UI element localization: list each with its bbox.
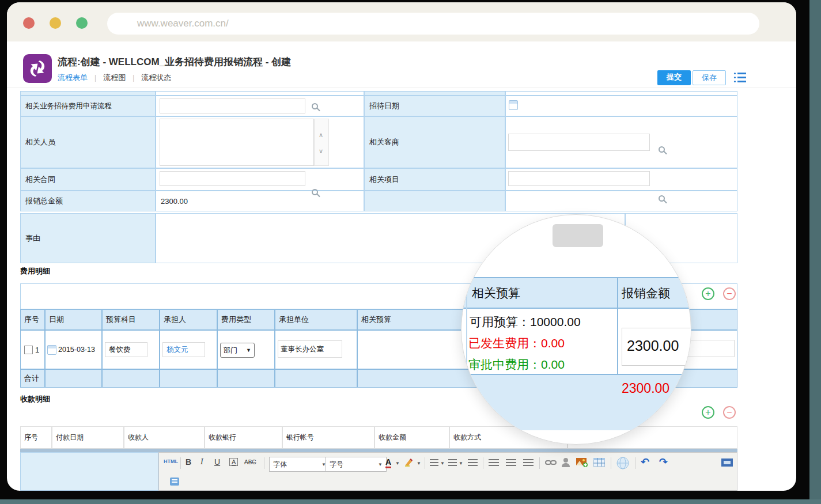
font-family-value: 字体 [273, 460, 287, 469]
toolbar-separator [635, 457, 635, 469]
html-mode-button[interactable]: HTML [164, 458, 178, 464]
related-project-input[interactable] [508, 171, 650, 186]
empty-label-cell [364, 191, 505, 211]
entertain-date-label: 招待日期 [364, 96, 505, 116]
total-amount-value: 2300.00 [156, 191, 364, 211]
toolbar-separator [611, 457, 611, 469]
loupe-incurred-expense: 已发生费用：0.00 [468, 335, 565, 351]
editor-label-cell [20, 452, 158, 491]
toolbar-separator [539, 457, 540, 469]
backdrop-bottom [0, 499, 821, 504]
expense-section-title: 费用明细 [20, 266, 50, 276]
ordered-list-caret-icon[interactable]: ▼ [440, 461, 445, 466]
row-checkbox[interactable] [24, 346, 33, 354]
related-merchant-search-icon[interactable] [659, 146, 665, 153]
remove-row-icon[interactable]: − [723, 287, 736, 300]
form-sliver-cell [505, 91, 737, 96]
related-project-label: 相关项目 [364, 168, 505, 191]
bearer-input[interactable]: 杨文元 [162, 342, 205, 357]
bullet-list-button[interactable] [448, 459, 457, 467]
payment-add-row-icon[interactable]: + [702, 406, 714, 419]
payment-header-payee: 收款人 [124, 426, 205, 449]
related-person-textarea[interactable] [160, 119, 314, 166]
font-family-dropdown[interactable]: 字体▼ [269, 457, 330, 472]
fullscreen-button[interactable] [721, 458, 733, 467]
loupe-left-border [466, 277, 467, 430]
bold-button[interactable]: B [186, 457, 191, 467]
related-merchant-input[interactable] [508, 134, 650, 151]
submit-button[interactable]: 提交 [657, 70, 691, 85]
minimize-window-button[interactable] [50, 17, 61, 29]
font-color-caret-icon[interactable]: ▼ [395, 461, 400, 466]
indent-button[interactable] [468, 459, 478, 467]
related-merchant-label: 相关客商 [364, 116, 505, 168]
editor-toolbar: HTML B I U A ABC 字体▼ 字号▼ A ▼ ▼ ▼ ▼ [158, 452, 737, 491]
strikethrough-button[interactable]: ABC [244, 459, 256, 465]
calendar-icon[interactable] [509, 100, 518, 110]
align-left-button[interactable] [489, 459, 499, 467]
more-menu-icon[interactable] [734, 73, 746, 82]
bullet-list-caret-icon[interactable]: ▼ [459, 461, 463, 466]
related-flow-search-icon[interactable] [312, 103, 318, 109]
related-contract-input[interactable] [160, 171, 305, 186]
insert-table-button[interactable] [593, 458, 605, 467]
bearer-unit-input[interactable]: 董事长办公室 [278, 340, 342, 358]
person-spinner: ∧ ∨ [314, 119, 329, 166]
loupe-amount-header: 报销金额 [622, 285, 670, 301]
url-bar[interactable]: www.weaver.com.cn/ [107, 13, 759, 35]
font-size-dropdown[interactable]: 字号▼ [326, 457, 387, 472]
redo-button[interactable]: ↷ [659, 456, 668, 468]
header-divider [7, 88, 796, 88]
expense-total-cell [102, 369, 160, 388]
form-sliver-cell [20, 91, 156, 96]
spinner-down-icon[interactable]: ∨ [319, 148, 323, 154]
expense-header-expense-type: 费用类型 [217, 309, 275, 330]
entertain-date-cell [505, 96, 737, 116]
form-sliver-cell [364, 91, 505, 96]
expense-header-bearer: 承担人 [160, 309, 217, 330]
close-window-button[interactable] [23, 17, 35, 29]
payment-header-amount: 收款金额 [374, 426, 449, 449]
payment-remove-row-icon[interactable]: − [723, 406, 736, 419]
undo-button[interactable]: ↶ [641, 456, 649, 468]
expense-type-select[interactable]: 部门 ▼ [220, 343, 255, 358]
font-color-button[interactable]: A [385, 457, 391, 468]
spinner-up-icon[interactable]: ∧ [319, 132, 323, 138]
tab-process-diagram[interactable]: 流程图 [103, 73, 126, 83]
expense-header-bearer-unit: 承担单位 [275, 309, 357, 330]
tab-process-status[interactable]: 流程状态 [141, 73, 171, 83]
expense-row-date-cell: 2015-03-13 [45, 330, 102, 369]
magnifier-loupe: 相关预算 报销金额 可用预算：10000.00 已发生费用：0.00 审批中费用… [461, 214, 691, 445]
select-caret-icon: ▼ [246, 347, 251, 353]
loupe-amount-value: 2300.00 [627, 338, 679, 354]
tab-bar: 流程表单 | 流程图 | 流程状态 [58, 73, 171, 83]
add-row-icon[interactable]: + [702, 287, 714, 300]
expense-header-budget-subject: 预算科目 [102, 309, 160, 330]
align-right-button[interactable] [523, 459, 534, 467]
expense-header-date: 日期 [45, 309, 102, 330]
tab-process-form[interactable]: 流程表单 [58, 73, 88, 83]
underline-button[interactable]: U [214, 457, 220, 467]
highlight-caret-icon[interactable]: ▼ [417, 461, 421, 466]
highlight-button[interactable] [404, 458, 415, 467]
align-center-button[interactable] [506, 459, 516, 467]
empty-field-cell [505, 191, 737, 211]
ordered-list-button[interactable] [430, 459, 438, 467]
attachment-icon[interactable] [170, 478, 179, 486]
row-calendar-icon[interactable] [47, 345, 56, 355]
maximize-window-button[interactable] [76, 17, 88, 29]
globe-button[interactable] [616, 457, 629, 469]
insert-image-button[interactable] [576, 458, 588, 467]
expense-header-no: 序号 [20, 309, 45, 330]
toolbar-separator [264, 457, 264, 469]
related-flow-input[interactable] [160, 98, 305, 113]
anchor-person-button[interactable] [561, 457, 570, 468]
italic-button[interactable]: I [200, 457, 203, 467]
link-button[interactable] [545, 459, 557, 466]
font-style-box-button[interactable]: A [229, 458, 238, 466]
payment-header-pay-date: 付款日期 [52, 426, 124, 449]
row-number: 1 [35, 346, 39, 354]
budget-subject-input[interactable]: 餐饮费 [105, 342, 147, 357]
save-button[interactable]: 保存 [693, 70, 726, 85]
screen: www.weaver.com.cn/ 流程:创建 - WELLCOM_业务招待费… [7, 2, 796, 491]
